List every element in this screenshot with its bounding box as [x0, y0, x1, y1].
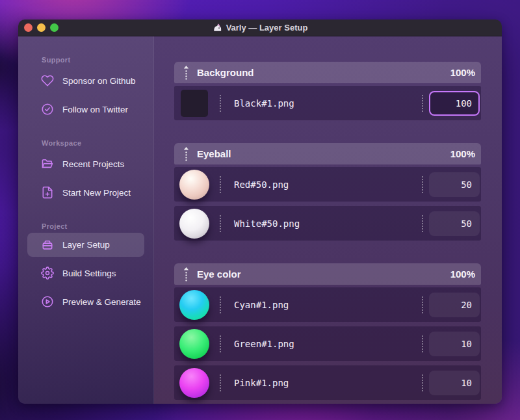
layer-row: Green#1.png	[174, 326, 481, 361]
layer-row: Black#1.png	[174, 86, 481, 120]
dotted-divider	[422, 296, 423, 313]
sidebar-item-label: Sponsor on Github	[62, 76, 136, 86]
sidebar-item-sponsor-on-github[interactable]: Sponsor on Github	[18, 66, 153, 95]
sidebar-section-workspace: WorkspaceRecent ProjectsStart New Projec…	[18, 139, 153, 207]
layer-thumbnail-white-sphere	[179, 209, 209, 239]
dotted-divider	[422, 335, 423, 352]
title-bar: Varly — Layer Setup	[18, 20, 502, 36]
layer-row: Red#50.png	[174, 167, 481, 202]
sidebar-item-layer-setup[interactable]: Layer Setup	[27, 233, 144, 257]
dotted-divider	[422, 95, 423, 112]
black-square	[181, 90, 208, 117]
dotted-divider	[422, 374, 423, 391]
sidebar-item-start-new-project[interactable]: Start New Project	[18, 178, 153, 207]
drag-handle-icon[interactable]	[183, 146, 190, 161]
layer-group-title: Eye color	[197, 269, 241, 280]
layer-value-input[interactable]	[429, 91, 480, 116]
layer-group-title: Eyeball	[197, 148, 231, 159]
unicorn-app-icon	[213, 23, 222, 33]
layer-value-input[interactable]	[429, 371, 480, 395]
sidebar-item-label: Layer Setup	[62, 240, 110, 250]
red-sphere	[179, 170, 209, 200]
sidebar-item-label: Start New Project	[62, 188, 131, 198]
layer-filename: Pink#1.png	[234, 378, 289, 388]
layer-filename: Green#1.png	[234, 339, 294, 349]
layer-value-input[interactable]	[429, 172, 480, 197]
dotted-divider	[220, 296, 221, 313]
layer-setup-panel: Background100%Black#1.pngEyeball100%Red#…	[154, 36, 502, 404]
layer-filename: Black#1.png	[234, 98, 294, 109]
layer-group-weight: 100%	[450, 148, 475, 159]
sidebar-item-build-settings[interactable]: Build Settings	[18, 259, 153, 287]
layer-thumbnail-red-sphere	[179, 170, 209, 200]
layer-thumbnail-green-sphere	[179, 329, 209, 359]
dotted-divider	[220, 374, 221, 391]
dotted-divider	[220, 335, 221, 352]
layer-thumbnail-black-square	[179, 88, 209, 118]
window-title-text: Varly — Layer Setup	[226, 23, 308, 33]
sidebar-section-label: Workspace	[42, 139, 153, 147]
layer-row: White#50.png	[174, 206, 481, 241]
layer-group-background: Background100%Black#1.png	[174, 62, 481, 120]
cyan-sphere	[179, 290, 209, 320]
layer-row: Cyan#1.png	[174, 287, 481, 322]
play-circle-icon	[40, 295, 54, 309]
layer-filename: White#50.png	[234, 218, 300, 229]
sidebar-item-follow-on-twitter[interactable]: Follow on Twitter	[18, 95, 153, 124]
dotted-divider	[422, 215, 423, 232]
folder-open-icon	[40, 157, 54, 171]
sidebar-item-label: Recent Projects	[62, 159, 124, 169]
layer-group-weight: 100%	[450, 269, 475, 280]
verified-check-icon	[40, 103, 54, 116]
app-window: Varly — Layer Setup SupportSponsor on Gi…	[18, 20, 502, 404]
sidebar-item-label: Follow on Twitter	[62, 105, 128, 114]
layer-group-title: Background	[197, 67, 254, 78]
window-title: Varly — Layer Setup	[18, 23, 502, 33]
dotted-divider	[220, 95, 221, 112]
layer-filename: Red#50.png	[234, 179, 289, 190]
sidebar-item-preview-generate[interactable]: Preview & Generate	[18, 287, 153, 316]
dotted-divider	[220, 176, 221, 193]
layer-row: Pink#1.png	[174, 365, 481, 400]
layer-thumbnail-cyan-sphere	[179, 290, 209, 320]
layer-group-weight: 100%	[450, 67, 475, 78]
dotted-divider	[422, 176, 423, 193]
sidebar-item-recent-projects[interactable]: Recent Projects	[18, 150, 153, 178]
white-sphere	[179, 209, 209, 239]
sidebar-section-support: SupportSponsor on GithubFollow on Twitte…	[18, 56, 153, 124]
pink-sphere	[179, 368, 209, 398]
file-plus-icon	[40, 186, 54, 200]
layer-group-header: Eyeball100%	[174, 143, 481, 164]
sidebar-section-project: ProjectLayer SetupBuild SettingsPreview …	[18, 222, 153, 316]
green-sphere	[179, 329, 209, 359]
sidebar-section-label: Support	[42, 56, 153, 64]
layer-group-header: Eye color100%	[174, 263, 481, 285]
layer-thumbnail-pink-sphere	[179, 368, 209, 398]
drag-handle-icon[interactable]	[183, 267, 190, 282]
layer-value-input[interactable]	[429, 332, 480, 356]
heart-icon	[40, 74, 54, 88]
sidebar-section-label: Project	[42, 222, 153, 230]
layer-value-input[interactable]	[429, 211, 480, 236]
sidebar-item-label: Build Settings	[62, 269, 116, 278]
layer-group-eyeball: Eyeball100%Red#50.pngWhite#50.png	[174, 143, 481, 241]
sidebar: SupportSponsor on GithubFollow on Twitte…	[18, 36, 154, 404]
sidebar-item-label: Preview & Generate	[62, 297, 141, 307]
drag-handle-icon[interactable]	[183, 65, 190, 80]
layer-group-eye-color: Eye color100%Cyan#1.pngGreen#1.pngPink#1…	[174, 263, 481, 400]
gear-icon	[40, 267, 54, 280]
layers-icon	[40, 238, 54, 252]
layer-value-input[interactable]	[429, 293, 480, 317]
layer-group-header: Background100%	[174, 62, 481, 83]
dotted-divider	[220, 215, 221, 232]
layer-filename: Cyan#1.png	[234, 300, 289, 310]
